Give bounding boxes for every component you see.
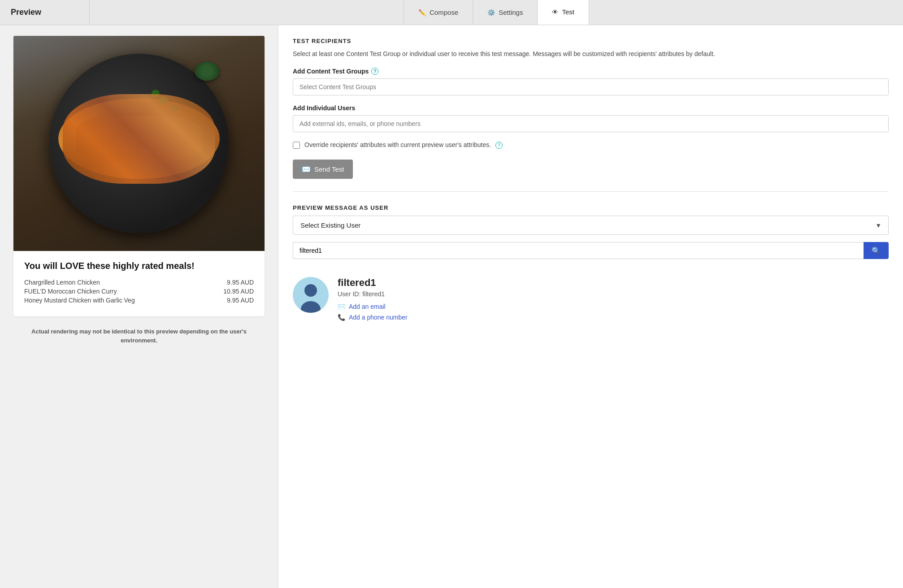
tab-test[interactable]: 👁 Test: [538, 0, 589, 25]
message-headline: You will LOVE these highly rated meals!: [24, 260, 254, 272]
select-existing-user-dropdown[interactable]: Select Existing User: [293, 216, 889, 235]
user-profile-card: filtered1 User ID: filtered1 ✉️ Add an e…: [293, 270, 889, 332]
tab-settings[interactable]: ⚙️ Settings: [473, 0, 538, 25]
add-email-action[interactable]: ✉️ Add an email: [338, 303, 889, 310]
help-icon-groups[interactable]: ?: [371, 68, 378, 75]
tab-compose-label: Compose: [430, 9, 458, 16]
test-recipients-section: TEST RECIPIENTS Select at least one Cont…: [293, 38, 889, 179]
right-panel: TEST RECIPIENTS Select at least one Cont…: [278, 25, 903, 588]
help-icon-override[interactable]: ?: [495, 142, 503, 149]
test-recipients-title: TEST RECIPIENTS: [293, 38, 889, 44]
menu-item-name: FUEL'D Moroccan Chicken Curry: [24, 288, 117, 295]
preview-title: Preview: [0, 0, 90, 25]
user-id-value: filtered1: [362, 290, 385, 298]
individual-users-input[interactable]: [293, 115, 889, 132]
test-recipients-description: Select at least one Content Test Group o…: [293, 49, 889, 59]
user-search-button[interactable]: 🔍: [864, 242, 889, 259]
disclaimer-text: Actual rendering may not be identical to…: [27, 327, 251, 345]
select-user-wrapper: Select Existing User ▼: [293, 216, 889, 235]
user-info: filtered1 User ID: filtered1 ✉️ Add an e…: [338, 277, 889, 324]
test-icon: 👁: [552, 9, 558, 16]
content-test-groups-input[interactable]: [293, 78, 889, 95]
svg-point-1: [304, 284, 317, 297]
phone-action-icon: 📞: [338, 314, 345, 321]
user-name: filtered1: [338, 277, 889, 289]
compose-icon: ✏️: [418, 9, 426, 16]
tab-settings-label: Settings: [499, 9, 523, 16]
menu-item-price: 9.95 AUD: [227, 279, 254, 286]
tab-bar: ✏️ Compose ⚙️ Settings 👁 Test: [90, 0, 903, 25]
tab-test-label: Test: [562, 8, 574, 16]
menu-item: Chargrilled Lemon Chicken9.95 AUD: [24, 279, 254, 286]
menu-item: Honey Mustard Chicken with Garlic Veg9.9…: [24, 297, 254, 304]
left-panel: You will LOVE these highly rated meals! …: [0, 25, 278, 588]
email-action-icon: ✉️: [338, 303, 345, 310]
avatar-svg: [293, 277, 329, 313]
add-phone-label: Add a phone number: [349, 314, 408, 321]
search-icon: 🔍: [872, 246, 881, 255]
menu-item-name: Chargrilled Lemon Chicken: [24, 279, 100, 286]
override-label-text: Override recipients' attributes with cur…: [304, 141, 491, 148]
preview-message-section: PREVIEW MESSAGE AS USER Select Existing …: [293, 204, 889, 332]
message-text-area: You will LOVE these highly rated meals! …: [13, 251, 265, 316]
override-checkbox[interactable]: [293, 142, 300, 149]
content-test-groups-label-text: Add Content Test Groups: [293, 68, 369, 75]
settings-icon: ⚙️: [487, 9, 495, 16]
tab-compose[interactable]: ✏️ Compose: [404, 0, 473, 25]
individual-users-label-text: Add Individual Users: [293, 104, 355, 112]
user-id-label: User ID:: [338, 290, 360, 298]
user-search-input[interactable]: [293, 242, 864, 259]
user-search-row: 🔍: [293, 242, 889, 259]
send-test-label: Send Test: [314, 165, 344, 173]
preview-label: Preview: [11, 8, 41, 17]
section-divider: [293, 191, 889, 192]
menu-items-list: Chargrilled Lemon Chicken9.95 AUDFUEL'D …: [24, 279, 254, 304]
send-test-button[interactable]: ✉️ Send Test: [293, 160, 353, 179]
user-avatar: [293, 277, 329, 313]
override-checkbox-label: Override recipients' attributes with cur…: [304, 141, 503, 149]
user-id-row: User ID: filtered1: [338, 290, 889, 298]
add-phone-action[interactable]: 📞 Add a phone number: [338, 314, 889, 321]
menu-item: FUEL'D Moroccan Chicken Curry10.95 AUD: [24, 288, 254, 295]
preview-message-title: PREVIEW MESSAGE AS USER: [293, 204, 889, 211]
menu-item-price: 9.95 AUD: [227, 297, 254, 304]
menu-item-price: 10.95 AUD: [223, 288, 254, 295]
top-bar: Preview ✏️ Compose ⚙️ Settings 👁 Test: [0, 0, 903, 25]
individual-users-label: Add Individual Users: [293, 104, 889, 112]
email-icon: ✉️: [302, 165, 311, 173]
main-content: You will LOVE these highly rated meals! …: [0, 25, 903, 588]
food-image: [13, 36, 265, 251]
message-preview-card: You will LOVE these highly rated meals! …: [13, 36, 265, 316]
menu-item-name: Honey Mustard Chicken with Garlic Veg: [24, 297, 135, 304]
override-checkbox-row: Override recipients' attributes with cur…: [293, 141, 889, 149]
content-test-groups-label: Add Content Test Groups ?: [293, 68, 889, 75]
add-email-label: Add an email: [349, 303, 386, 310]
